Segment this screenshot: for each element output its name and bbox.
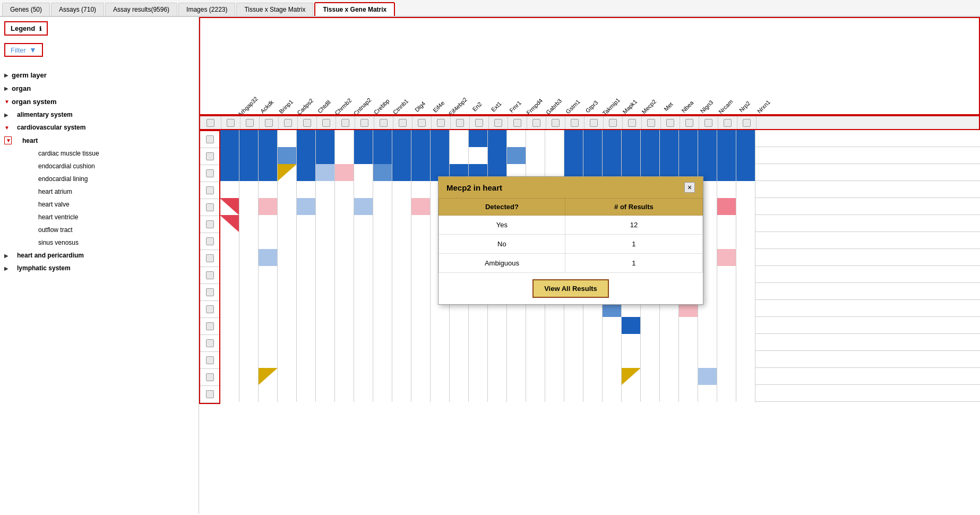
cell-r10-c2[interactable]: [239, 283, 259, 300]
cell-r6-c28[interactable]: [736, 215, 755, 232]
cell-r14-c23[interactable]: [641, 351, 660, 368]
cell-r14-c21[interactable]: [603, 351, 622, 368]
cell-r15-c3[interactable]: [259, 368, 278, 385]
cell-r13-c5[interactable]: [297, 334, 316, 351]
cell-r12-c24[interactable]: [660, 317, 679, 334]
cell-r8-c3[interactable]: [259, 249, 278, 266]
cell-r9-c7[interactable]: [335, 266, 354, 283]
cell-r1-c17[interactable]: [526, 130, 545, 147]
cell-r1-c14[interactable]: [469, 130, 488, 147]
cell-r16-c3[interactable]: [259, 385, 278, 402]
cell-r15-c7[interactable]: [335, 368, 354, 385]
cell-r3-c4[interactable]: [278, 164, 297, 181]
cell-r15-c23[interactable]: [641, 368, 660, 385]
col-Ctnnb1[interactable]: Ctnnb1: [393, 24, 412, 114]
cell-r9-c6[interactable]: [316, 266, 335, 283]
cell-r10-c3[interactable]: [259, 283, 278, 300]
cell-r4-c8[interactable]: [354, 181, 373, 198]
cell-r8-c10[interactable]: [392, 249, 411, 266]
row-check-3[interactable]: [200, 165, 219, 182]
cell-r6-c5[interactable]: [297, 215, 316, 232]
cell-r9-c8[interactable]: [354, 266, 373, 283]
cell-r13-c6[interactable]: [316, 334, 335, 351]
cell-r12-c7[interactable]: [335, 317, 354, 334]
cell-r5-c1[interactable]: [220, 198, 239, 215]
cell-r4-c3[interactable]: [259, 181, 278, 198]
cell-r7-c3[interactable]: [259, 232, 278, 249]
cell-r7-c7[interactable]: [335, 232, 354, 249]
cell-r9-c27[interactable]: [717, 266, 736, 283]
cell-r16-c2[interactable]: [239, 385, 259, 402]
cell-r13-c3[interactable]: [259, 334, 278, 351]
col-check-24[interactable]: [661, 116, 680, 129]
cell-r9-c4[interactable]: [278, 266, 297, 283]
col-check-11[interactable]: [412, 116, 432, 129]
cell-r2-c9[interactable]: [373, 147, 392, 164]
tree-item-outflow-tract[interactable]: outflow tract: [4, 224, 194, 236]
cell-r2-c23[interactable]: [641, 147, 660, 164]
cell-r14-c19[interactable]: [564, 351, 583, 368]
cell-r13-c20[interactable]: [583, 334, 603, 351]
cell-r15-c27[interactable]: [717, 368, 736, 385]
cell-r8-c7[interactable]: [335, 249, 354, 266]
row-check-9[interactable]: [200, 267, 219, 284]
cell-r4-c11[interactable]: [411, 181, 431, 198]
cell-r2-c17[interactable]: [526, 147, 545, 164]
cell-r14-c14[interactable]: [469, 351, 488, 368]
cell-r15-c13[interactable]: [450, 368, 469, 385]
cell-r15-c11[interactable]: [411, 368, 431, 385]
cell-r2-c27[interactable]: [717, 147, 736, 164]
cell-r12-c18[interactable]: [545, 317, 564, 334]
cell-r9-c3[interactable]: [259, 266, 278, 283]
cell-r15-c21[interactable]: [603, 368, 622, 385]
cell-r12-c17[interactable]: [526, 317, 545, 334]
cell-r9-c2[interactable]: [239, 266, 259, 283]
cell-r10-c6[interactable]: [316, 283, 335, 300]
cell-r4-c6[interactable]: [316, 181, 335, 198]
row-check-12[interactable]: [200, 318, 219, 335]
cell-r8-c11[interactable]: [411, 249, 431, 266]
cell-r6-c3[interactable]: [259, 215, 278, 232]
col-check-7[interactable]: [336, 116, 355, 129]
cell-r16-c20[interactable]: [583, 385, 603, 402]
cell-r13-c9[interactable]: [373, 334, 392, 351]
cell-r13-c15[interactable]: [488, 334, 507, 351]
col-Chrmb2[interactable]: Chrmb2: [336, 24, 355, 114]
col-check-2[interactable]: [240, 116, 260, 129]
cell-r10-c9[interactable]: [373, 283, 392, 300]
cell-r15-c25[interactable]: [679, 368, 698, 385]
cell-r14-c26[interactable]: [698, 351, 717, 368]
row-check-7[interactable]: [200, 233, 219, 250]
tab-genes[interactable]: Genes (50): [2, 3, 50, 16]
cell-r6-c9[interactable]: [373, 215, 392, 232]
cell-r16-c8[interactable]: [354, 385, 373, 402]
cell-r16-c5[interactable]: [297, 385, 316, 402]
row-check-6[interactable]: [200, 216, 219, 233]
row-check-5[interactable]: [200, 199, 219, 216]
col-Frmpd4[interactable]: Frmpd4: [527, 24, 546, 114]
cell-r14-c24[interactable]: [660, 351, 679, 368]
tab-tissue-stage[interactable]: Tissue x Stage Matrix: [236, 3, 313, 16]
cell-r2-c3[interactable]: [259, 147, 278, 164]
col-Nbea[interactable]: Nbea: [680, 24, 699, 114]
tab-assays[interactable]: Assays (710): [51, 3, 104, 16]
tree-item-organ-system[interactable]: ▼ organ system: [4, 95, 194, 108]
cell-r6-c7[interactable]: [335, 215, 354, 232]
cell-r14-c25[interactable]: [679, 351, 698, 368]
cell-r13-c1[interactable]: [220, 334, 239, 351]
col-check-20[interactable]: [584, 116, 604, 129]
col-check-26[interactable]: [699, 116, 718, 129]
cell-r14-c1[interactable]: [220, 351, 239, 368]
row-check-11[interactable]: [200, 301, 219, 318]
cell-r13-c16[interactable]: [507, 334, 526, 351]
tree-item-lymphatic[interactable]: ▶ lymphatic system: [4, 262, 194, 274]
cell-r4-c9[interactable]: [373, 181, 392, 198]
cell-r8-c4[interactable]: [278, 249, 297, 266]
row-check-13[interactable]: [200, 335, 219, 352]
cell-r3-c28[interactable]: [736, 164, 755, 181]
cell-r14-c5[interactable]: [297, 351, 316, 368]
cell-r9-c28[interactable]: [736, 266, 755, 283]
cell-r2-c24[interactable]: [660, 147, 679, 164]
cell-r16-c23[interactable]: [641, 385, 660, 402]
row-check-8[interactable]: [200, 250, 219, 267]
